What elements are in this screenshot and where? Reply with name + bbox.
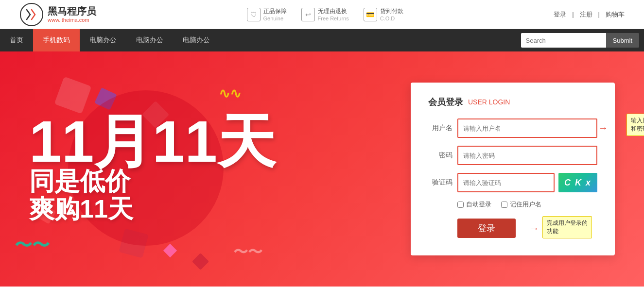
nav-bar: 首页 手机数码 电脑办公 电脑办公 电脑办公 Submit: [0, 29, 644, 51]
username-input[interactable]: [457, 118, 597, 138]
tooltip-login-function: 完成用户登录的 功能: [542, 216, 592, 238]
badge-genuine-line1: 正品保障: [263, 7, 287, 16]
cart-link[interactable]: 购物车: [606, 10, 625, 19]
hero-section: 〜〜 ∿∿ 〜〜 11月11天 同是低价 爽购11天 会员登录 USER LOG…: [0, 51, 644, 287]
logo-text: 黑马程序员 www.itheima.com: [48, 5, 96, 23]
login-link[interactable]: 登录: [554, 10, 566, 19]
tooltip1-line2: 和密码: [631, 125, 644, 133]
login-title: 会员登录 USER LOGIN: [428, 96, 597, 108]
login-panel: 会员登录 USER LOGIN 用户名 输入用户名 和密码 → 密码 验证码 C: [411, 83, 615, 255]
remember-user-checkbox[interactable]: [501, 202, 507, 208]
badge-cod-line1: 货到付款: [380, 7, 403, 16]
nav-search: Submit: [521, 33, 644, 48]
tooltip1-arrow: →: [598, 122, 608, 134]
password-row: 密码: [428, 146, 597, 165]
tooltip2-arrow: →: [529, 223, 539, 234]
logo-main-title: 黑马程序员: [48, 5, 96, 17]
remember-user-text: 记住用户名: [510, 200, 541, 209]
badge-genuine-icon: 🛡: [247, 8, 261, 21]
password-input[interactable]: [457, 146, 597, 165]
badge-returns-text: 无理由退换 Free Returns: [318, 7, 349, 21]
remember-user-label[interactable]: 记住用户名: [501, 200, 541, 209]
nav-computer1[interactable]: 电脑办公: [80, 29, 126, 51]
badge-genuine: 🛡 正品保障 Genuine: [247, 7, 287, 21]
deco-wave-1: 〜〜: [15, 234, 50, 257]
badge-cod-icon: 💳: [364, 8, 377, 21]
nav-computer2[interactable]: 电脑办公: [126, 29, 173, 51]
deco-wave-2: 〜〜: [233, 242, 262, 262]
auto-login-label[interactable]: 自动登录: [457, 200, 491, 209]
badge-cod: 💳 货到付款 C.O.D: [364, 7, 403, 21]
tooltip2-line2: 功能: [547, 227, 588, 236]
captcha-group: C K x: [457, 173, 597, 192]
captcha-input[interactable]: [457, 173, 555, 192]
login-title-zh: 会员登录: [428, 96, 463, 108]
logo-icon: [19, 2, 44, 27]
tooltip-credentials: 输入用户名 和密码: [627, 114, 644, 136]
captcha-image[interactable]: C K x: [558, 173, 597, 192]
badge-genuine-text: 正品保障 Genuine: [263, 7, 287, 21]
login-button[interactable]: 登录: [457, 219, 516, 238]
register-link[interactable]: 注册: [580, 10, 592, 19]
search-button[interactable]: Submit: [606, 33, 639, 48]
username-label: 用户名: [428, 124, 457, 133]
badge-returns-line1: 无理由退换: [318, 7, 349, 16]
login-btn-row: 登录 → 完成用户登录的 功能: [457, 219, 597, 238]
hero-subtitle2: 爽购11天: [29, 195, 411, 223]
auto-login-text: 自动登录: [466, 200, 491, 209]
badge-returns-icon: ↩: [301, 8, 315, 21]
auto-login-checkbox[interactable]: [457, 202, 464, 208]
nav-items: 首页 手机数码 电脑办公 电脑办公 电脑办公: [0, 29, 220, 51]
trust-badges: 🛡 正品保障 Genuine ↩ 无理由退换 Free Returns 💳 货到…: [247, 7, 403, 21]
logo-sub-title: www.itheima.com: [48, 17, 96, 23]
options-row: 自动登录 记住用户名: [457, 200, 597, 209]
top-bar: 黑马程序员 www.itheima.com 🛡 正品保障 Genuine ↩ 无…: [0, 0, 644, 29]
logo-area: 黑马程序员 www.itheima.com: [19, 2, 96, 27]
hero-content: 11月11天 同是低价 爽购11天: [0, 115, 411, 223]
badge-returns-line2: Free Returns: [318, 16, 349, 21]
login-title-en: USER LOGIN: [468, 98, 510, 106]
tooltip1-line1: 输入用户名: [631, 117, 644, 125]
username-row: 用户名 输入用户名 和密码 →: [428, 118, 597, 138]
password-label: 密码: [428, 151, 457, 160]
deco-squiggle-1: ∿∿: [219, 85, 241, 101]
tooltip2-line1: 完成用户登录的: [547, 219, 588, 227]
nav-mobile[interactable]: 手机数码: [33, 29, 80, 51]
top-nav-links: 登录 | 注册 | 购物车: [554, 10, 625, 19]
captcha-row: 验证码 C K x: [428, 173, 597, 192]
hero-date: 11月11天: [29, 115, 411, 168]
badge-returns: ↩ 无理由退换 Free Returns: [301, 7, 349, 21]
badge-cod-line2: C.O.D: [380, 16, 403, 21]
nav-computer3[interactable]: 电脑办公: [173, 29, 220, 51]
svg-point-0: [20, 3, 43, 26]
nav-home[interactable]: 首页: [0, 29, 33, 51]
badge-genuine-line2: Genuine: [263, 16, 287, 21]
search-input[interactable]: [521, 33, 606, 48]
captcha-label: 验证码: [428, 178, 457, 187]
badge-cod-text: 货到付款 C.O.D: [380, 7, 403, 21]
